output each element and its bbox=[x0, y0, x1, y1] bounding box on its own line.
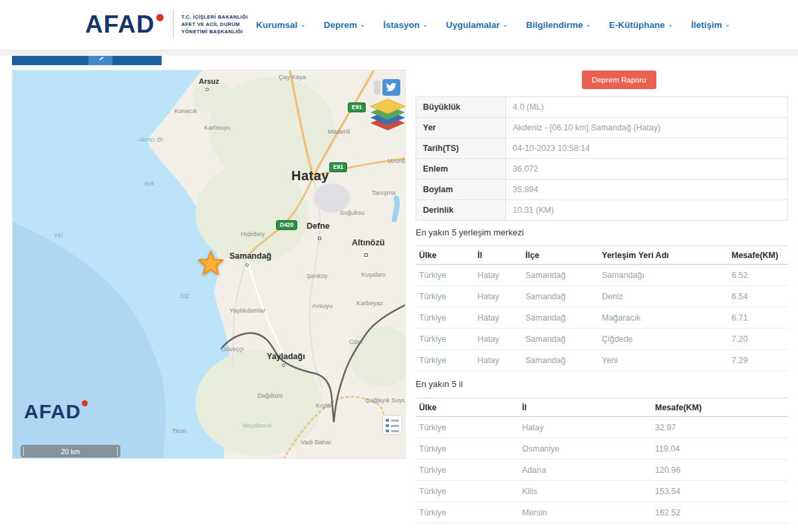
yayladagi-marker bbox=[282, 364, 285, 367]
cell: Türkiye bbox=[416, 438, 519, 460]
nav-istasyon[interactable]: İstasyon⌄ bbox=[383, 20, 428, 30]
cell: 7.20 bbox=[728, 329, 788, 350]
column-header: Ülke bbox=[416, 246, 474, 265]
cell: Türkiye bbox=[416, 460, 519, 481]
nearest-settlements-title: En yakın 5 yerleşim merkezi bbox=[416, 227, 524, 237]
map-legend-button[interactable] bbox=[382, 415, 402, 435]
map-label-uzunbag: Uzunbağ bbox=[388, 157, 406, 164]
scale-label: 20 km bbox=[61, 448, 80, 456]
nav-bilgilendirme[interactable]: Bilgilendirme⌄ bbox=[526, 20, 591, 30]
detail-value: 36.072 bbox=[506, 159, 788, 180]
table-row: Boylam35.894 bbox=[416, 180, 788, 200]
nav-e-kutuphane[interactable]: E-Kütüphane⌄ bbox=[609, 20, 673, 30]
legend-swatch bbox=[386, 419, 389, 422]
map-label-karbeyaz: Karbeyaz bbox=[356, 299, 383, 307]
cell: Türkiye bbox=[416, 329, 474, 350]
detail-value: 10.31 (KM) bbox=[506, 200, 788, 221]
earthquake-map[interactable]: E91 E91 D420 Hatay Defne Altınözü Samand… bbox=[12, 70, 406, 459]
table-row: TürkiyeHataySamandağÇiğdede7.20 bbox=[416, 329, 788, 350]
column-header: İlçe bbox=[522, 246, 598, 265]
table-row: TürkiyeHataySamandağYeni7.29 bbox=[416, 350, 788, 371]
detail-label: Yer bbox=[416, 118, 506, 138]
watermark-text: AFAD bbox=[24, 400, 81, 422]
column-header: Yerleşim Yeri Adı bbox=[598, 246, 728, 265]
chevron-down-icon: ⌄ bbox=[503, 21, 508, 28]
cell: Adana bbox=[519, 460, 652, 481]
table-row: Tarih(TS)04-10-2023 10:58:14 bbox=[416, 138, 788, 159]
table-row: TürkiyeMersin162.52 bbox=[416, 502, 788, 523]
map-label-yaylikdamlar: Yaylıkdamlar bbox=[229, 307, 265, 314]
map-label-madenli: Madenli bbox=[328, 128, 350, 135]
column-header: İl bbox=[474, 246, 522, 265]
epicenter-star-icon[interactable] bbox=[196, 249, 225, 279]
map-control-handle[interactable] bbox=[374, 80, 380, 94]
sea-label-yki: Yki bbox=[54, 231, 63, 239]
map-scale-bar: 20 km bbox=[21, 445, 120, 458]
detail-value: 4.0 (ML) bbox=[506, 97, 788, 118]
nav-deprem[interactable]: Deprem⌄ bbox=[324, 20, 366, 30]
map-label-defne: Defne bbox=[307, 221, 330, 231]
ministry-line: YÖNETİMİ BAŞKANLIĞI bbox=[182, 29, 248, 35]
map-label-caykaya: Çay Kaya bbox=[279, 73, 306, 80]
detail-value: Akdeniz - [06.10 km] Samandağ (Hatay) bbox=[506, 118, 788, 138]
column-header: Mesafe(KM) bbox=[728, 246, 788, 265]
cell: Hatay bbox=[519, 417, 652, 438]
logo-divider bbox=[173, 9, 174, 39]
main-nav: Kurumsal⌄ Deprem⌄ İstasyon⌄ Uygulamalar⌄… bbox=[256, 20, 730, 30]
nav-kurumsal[interactable]: Kurumsal⌄ bbox=[256, 20, 306, 30]
table-row: TürkiyeAdana120.96 bbox=[416, 460, 788, 481]
legend-line bbox=[391, 420, 399, 422]
chevron-down-icon: ⌄ bbox=[300, 21, 305, 28]
cell: Türkiye bbox=[416, 265, 474, 286]
map-label-avsuyu: Avsuyu bbox=[312, 302, 332, 309]
cell: 6.52 bbox=[728, 265, 788, 286]
cell: Kilis bbox=[519, 481, 652, 502]
road-badge-e91: E91 bbox=[348, 102, 366, 112]
green-patch bbox=[348, 327, 406, 386]
cell: Samandağ bbox=[522, 350, 598, 371]
map-label-caglayiksuyu: Çağlayık Suyu bbox=[365, 396, 406, 404]
map-label-tiron: Tiron bbox=[172, 427, 186, 434]
cell: 162.52 bbox=[652, 502, 788, 523]
legend-line bbox=[391, 425, 399, 427]
earthquake-detail-panel: Deprem Raporu Büyüklük4.0 (ML) YerAkdeni… bbox=[412, 56, 789, 532]
legend-row bbox=[386, 430, 399, 432]
cell: Hatay bbox=[474, 286, 522, 307]
nav-uygulamalar[interactable]: Uygulamalar⌄ bbox=[446, 20, 508, 30]
afad-logo-dot-icon bbox=[156, 14, 164, 21]
cell: 120.96 bbox=[652, 460, 788, 481]
afad-logo[interactable]: AFAD T.C. İÇİŞLERİ BAKANLIĞI AFET VE ACİ… bbox=[85, 9, 248, 39]
arsuz-marker bbox=[205, 88, 209, 91]
twitter-share-button[interactable] bbox=[382, 79, 400, 96]
map-layers-button[interactable] bbox=[369, 99, 406, 136]
detail-value: 35.894 bbox=[506, 180, 788, 200]
cell: 119.04 bbox=[652, 438, 788, 460]
cell: 7.29 bbox=[728, 350, 788, 371]
map-tab-active[interactable] bbox=[88, 56, 112, 65]
defne-marker bbox=[318, 237, 321, 240]
cell: Deniz bbox=[598, 286, 728, 307]
nav-iletisim[interactable]: İletişim⌄ bbox=[691, 20, 730, 30]
afad-map-watermark: AFAD bbox=[24, 400, 88, 423]
chevron-down-icon: ⌄ bbox=[585, 21, 591, 28]
detail-label: Enlem bbox=[416, 159, 506, 180]
table-row: TürkiyeHataySamandağDeniz6.54 bbox=[416, 286, 788, 307]
map-label-kusalani: Kuşalanı bbox=[361, 271, 386, 278]
cell: Türkiye bbox=[416, 286, 474, 307]
map-label-karlisuyu: Karlısuyu bbox=[204, 124, 231, 131]
map-label-guvecci: Güveççi bbox=[221, 345, 243, 352]
ministry-text: T.C. İÇİŞLERİ BAKANLIĞI AFET VE ACİL DUR… bbox=[182, 14, 248, 35]
cell: Türkiye bbox=[416, 417, 519, 438]
chevron-down-icon: ⌄ bbox=[725, 21, 730, 28]
detail-label: Boylam bbox=[416, 180, 506, 200]
table-header-row: Ülke İl İlçe Yerleşim Yeri Adı Mesafe(KM… bbox=[416, 246, 788, 265]
chevron-down-icon: ⌄ bbox=[360, 21, 365, 28]
cell: 6.71 bbox=[728, 307, 788, 329]
tab-mark-icon bbox=[99, 57, 104, 61]
column-header: İl bbox=[519, 398, 652, 417]
map-label-tanisma: Tanışma bbox=[372, 189, 396, 196]
deprem-raporu-button[interactable]: Deprem Raporu bbox=[582, 70, 656, 89]
table-row: TürkiyeHatay32.97 bbox=[416, 417, 788, 438]
table-row: Büyüklük4.0 (ML) bbox=[416, 97, 788, 118]
cell: Osmaniye bbox=[519, 438, 652, 460]
